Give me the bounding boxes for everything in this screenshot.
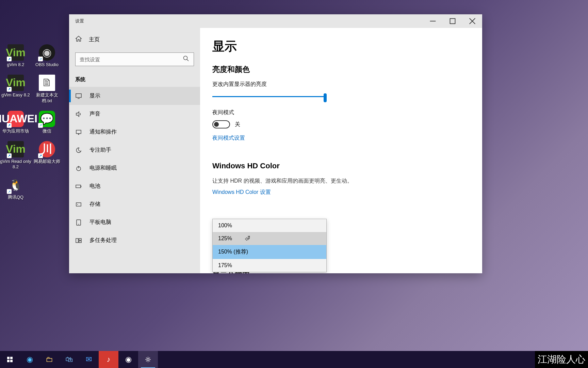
svg-rect-23	[10, 360, 13, 362]
desktop-icon-gvim[interactable]: Vim↗gVim 8.2	[0, 44, 31, 68]
desktop-icon-obs[interactable]: ◉↗OBS Studio	[31, 44, 63, 68]
taskbar-netease-music[interactable]: ♪	[99, 351, 118, 368]
toggle-state: 关	[235, 121, 240, 128]
titlebar[interactable]: 设置	[69, 14, 482, 28]
svg-point-24	[147, 358, 149, 361]
svg-rect-8	[76, 130, 81, 134]
brightness-label: 更改内置显示器的亮度	[212, 81, 470, 88]
night-mode-label: 夜间模式	[212, 109, 470, 116]
sidebar-section-header: 系统	[69, 71, 200, 87]
multitask-icon	[75, 237, 83, 244]
sidebar-item-tablet[interactable]: 平板电脑	[69, 213, 200, 231]
sidebar-item-moon[interactable]: 专注助手	[69, 141, 200, 159]
night-mode-settings-link[interactable]: 夜间模式设置	[212, 135, 245, 142]
sidebar: 主页 系统 显示声音通知和操作专注助手电源和睡眠电池存储平板电脑多任务处理	[69, 28, 200, 273]
svg-rect-11	[76, 185, 81, 188]
watermark: 江湖险人心	[535, 351, 588, 368]
brightness-slider[interactable]	[212, 92, 327, 102]
sidebar-item-battery[interactable]: 电池	[69, 177, 200, 195]
home-button[interactable]: 主页	[69, 31, 200, 48]
taskbar-edge[interactable]: ◉	[20, 351, 39, 368]
sidebar-item-label: 电源和睡眠	[89, 165, 117, 172]
sidebar-item-label: 电池	[89, 183, 100, 190]
settings-window: 设置 主页 系统 显示声音通知和操作专注助手电源和睡眠电池存储平板电脑多任务处理…	[69, 14, 482, 273]
desktop-icon-gvim-readonly[interactable]: Vim↗gVim Read only 8.2	[0, 141, 31, 170]
scale-option-150[interactable]: 150% (推荐)	[213, 245, 326, 259]
svg-point-16	[78, 224, 79, 225]
sidebar-item-multitask[interactable]: 多任务处理	[69, 231, 200, 249]
taskbar-mail[interactable]: ✉	[79, 351, 99, 368]
taskbar-explorer[interactable]: 🗀	[39, 351, 59, 368]
start-button[interactable]	[0, 351, 20, 368]
taskbar-obs[interactable]: ◉	[118, 351, 138, 368]
svg-point-4	[184, 56, 187, 60]
window-title: 设置	[75, 18, 423, 24]
sidebar-item-label: 存储	[89, 201, 100, 208]
taskbar-store[interactable]: 🛍	[59, 351, 79, 368]
desktop-icon-netease-mail[interactable]: 川↗网易邮箱大师	[31, 141, 63, 170]
svg-point-14	[77, 204, 78, 205]
scale-option-175[interactable]: 175%	[213, 259, 326, 272]
power-icon	[75, 165, 83, 172]
sidebar-item-power[interactable]: 电源和睡眠	[69, 159, 200, 177]
desktop-icons: Vim↗gVim 8.2 ◉↗OBS Studio Vim↗gVim Easy …	[0, 0, 68, 207]
desktop-icon-huawei[interactable]: HUAWEI↗华为应用市场	[0, 111, 31, 134]
svg-rect-20	[7, 357, 10, 359]
battery-icon	[75, 183, 83, 190]
sidebar-item-notify[interactable]: 通知和操作	[69, 123, 200, 141]
sidebar-item-label: 显示	[89, 92, 100, 99]
notify-icon	[75, 129, 83, 136]
page-title: 显示	[212, 38, 470, 55]
svg-rect-19	[79, 241, 81, 243]
search-input[interactable]	[80, 57, 183, 62]
minimize-button[interactable]	[423, 14, 443, 28]
night-mode-toggle[interactable]	[212, 120, 230, 128]
hdcolor-settings-link[interactable]: Windows HD Color 设置	[212, 189, 271, 196]
hdcolor-header: Windows HD Color	[212, 162, 470, 170]
sidebar-item-label: 专注助手	[89, 147, 111, 154]
svg-line-5	[187, 59, 189, 61]
hdcolor-description: 让支持 HDR 的视频、游戏和应用的画面更明亮、更生动。	[212, 177, 470, 185]
maximize-button[interactable]	[443, 14, 462, 28]
home-label: 主页	[89, 36, 100, 43]
svg-rect-17	[76, 239, 78, 243]
desktop-icon-qq[interactable]: 🐧↗腾讯QQ	[0, 177, 31, 200]
desktop-icon-textfile[interactable]: 🗎新建文本文档.txt	[31, 75, 63, 104]
sidebar-item-label: 平板电脑	[89, 219, 111, 226]
svg-rect-12	[81, 186, 81, 187]
home-icon	[75, 35, 83, 44]
svg-rect-18	[79, 239, 81, 240]
moon-icon	[75, 147, 83, 154]
search-box[interactable]	[75, 52, 194, 66]
desktop-icon-gvim-easy[interactable]: Vim↗gVim Easy 8.2	[0, 75, 31, 104]
scale-option-125[interactable]: 125%	[213, 232, 326, 245]
sidebar-item-label: 通知和操作	[89, 128, 117, 136]
svg-rect-22	[7, 360, 10, 362]
svg-rect-1	[450, 19, 455, 24]
sidebar-item-monitor[interactable]: 显示	[69, 87, 200, 105]
svg-rect-21	[10, 357, 13, 359]
close-button[interactable]	[462, 14, 482, 28]
svg-rect-6	[76, 94, 81, 97]
sidebar-item-sound[interactable]: 声音	[69, 105, 200, 123]
sidebar-item-label: 声音	[89, 110, 100, 118]
monitor-icon	[75, 93, 83, 99]
scale-dropdown-open: 100% 125% 150% (推荐) 175% ⮰	[212, 219, 327, 272]
tablet-icon	[75, 219, 83, 226]
search-icon	[183, 55, 190, 63]
content-pane: 显示 亮度和颜色 更改内置显示器的亮度 夜间模式 关 夜间模式设置 Window…	[200, 28, 482, 273]
sidebar-item-storage[interactable]: 存储	[69, 195, 200, 213]
slider-thumb[interactable]	[324, 93, 327, 102]
sound-icon	[75, 111, 83, 118]
scale-option-100[interactable]: 100%	[213, 219, 326, 232]
sidebar-item-label: 多任务处理	[89, 237, 117, 244]
storage-icon	[75, 201, 83, 208]
svg-rect-13	[76, 203, 81, 206]
taskbar-settings[interactable]	[138, 351, 158, 368]
taskbar: ◉ 🗀 🛍 ✉ ♪ ◉ ⌃ ▮ 🔊 英 江湖险人心	[0, 351, 588, 368]
brightness-header: 亮度和颜色	[212, 64, 470, 75]
